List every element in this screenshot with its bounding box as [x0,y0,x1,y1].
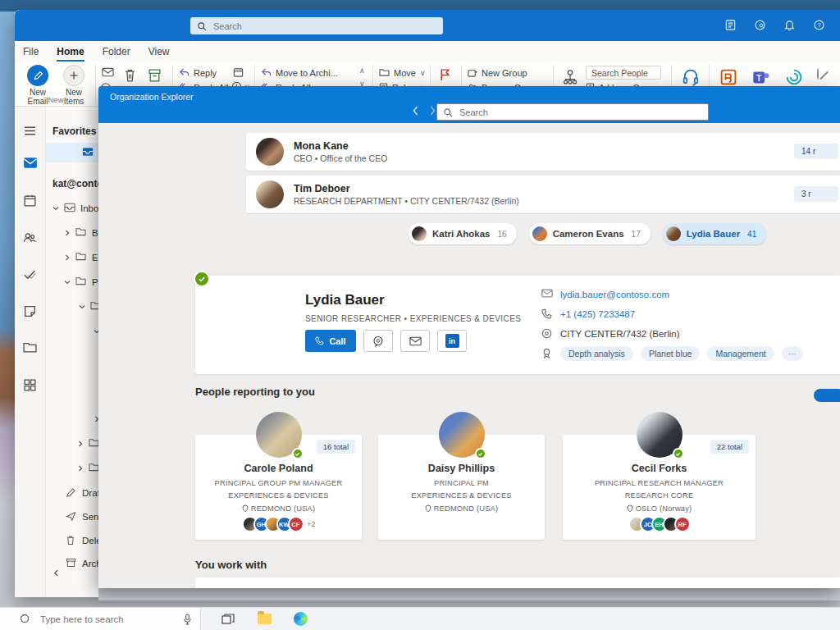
org-explorer-title: Organization Explorer [110,92,194,102]
presence-badge [475,448,486,459]
tab-home[interactable]: Home [57,46,84,62]
folders-icon[interactable] [23,341,38,356]
profile-phone[interactable]: +1 (425) 7233487 [560,309,635,319]
org-explorer-search-box[interactable] [436,103,709,121]
email-button[interactable] [400,330,430,352]
reply-button[interactable]: Reply [179,66,217,79]
help-icon[interactable]: ? [813,19,825,31]
search-input[interactable] [212,21,436,32]
follow-up-flag-icon[interactable] [438,68,452,82]
manager-row-mona-kane[interactable]: Mona Kane CEO • Office of the CEO 14 r [246,133,840,171]
tag-pill[interactable]: Planet blue [641,346,701,361]
taskbar-search[interactable] [0,608,201,630]
new-group-icon [468,68,477,78]
titlebar-icons: ? [724,19,825,31]
profile-email[interactable]: lydia.bauer@contoso.com [560,290,669,299]
presence-badge [194,271,210,287]
nav-arrows [412,106,436,116]
back-icon[interactable] [412,106,419,116]
new-group-button[interactable]: New Group [468,66,527,79]
search-people-box[interactable]: Search People [586,66,661,80]
taskbar-search-input[interactable] [39,614,153,625]
more-count[interactable]: +2 [307,520,315,528]
delete-icon[interactable] [123,68,137,83]
report-card-carole-poland[interactable]: 16 total Carole Poland PRINCIPAL GROUP P… [195,435,362,540]
unread-icon[interactable] [102,67,114,77]
feedback-icon[interactable] [754,19,766,31]
archive-icon[interactable] [148,68,162,83]
plus-icon [63,65,84,86]
mail-icon [541,289,553,300]
people-icon[interactable] [23,231,38,245]
linkedin-button[interactable]: in [437,330,467,352]
notifications-icon[interactable] [783,19,796,31]
sticky-notes-icon[interactable] [724,19,737,31]
meeting-icon[interactable] [233,67,244,78]
tab-file[interactable]: File [23,46,39,62]
insights-icon[interactable] [784,67,804,87]
profile-location: CITY CENTER/7432 (Berlin) [560,329,680,339]
tag-pill[interactable]: Management [707,346,774,361]
chat-button[interactable] [363,330,393,352]
reply-icon [179,68,189,77]
peer-pill-lydia-bauer[interactable]: Lydia Bauer 41 [663,223,767,244]
person-role: PRINCIPAL PM [378,477,545,490]
calendar-icon[interactable] [23,194,38,208]
quickstep-move-to-archive[interactable]: Move to Archi... [261,66,356,79]
teams-icon[interactable]: T [751,68,770,87]
person-name: Mona Kane [294,139,387,153]
task-view-icon[interactable] [219,610,237,628]
chevron-right-icon [77,441,84,447]
chevron-right-icon [77,465,84,472]
location-pin-icon [242,504,249,513]
mail-icon[interactable] [23,157,38,171]
avatar-initials[interactable]: RF [674,516,691,532]
desktop: ? File Home Folder View New Email New It… [0,0,840,630]
taskbar [0,607,840,630]
search-icon [197,21,207,31]
move-button[interactable]: Move∨ [379,66,426,79]
avatar-initials[interactable]: CF [287,516,304,532]
report-card-cecil-forks[interactable]: 22 total Cecil Forks PRINCIPAL RESEARCH … [563,435,756,540]
outlook-search-box[interactable] [190,17,443,34]
search-input[interactable] [458,107,702,118]
view-toggle[interactable] [814,389,840,402]
workwith-heading: You work with [195,559,267,571]
person-location: REDMOND (USA) [425,503,499,515]
inbox-icon [82,147,94,158]
location-pin-icon [627,504,633,513]
bookings-icon[interactable] [719,67,738,87]
manager-row-tim-deboer[interactable]: Tim Deboer RESEARCH DEPARTMENT • CITY CE… [246,176,840,213]
more-tags-button[interactable]: ··· [782,346,804,361]
org-chart-icon[interactable] [561,68,579,86]
headset-icon[interactable] [681,67,701,87]
report-card-daisy-phillips[interactable]: Daisy Phillips PRINCIPAL PM EXPERIENCES … [378,435,545,540]
trash-icon [66,535,77,546]
apps-icon[interactable] [23,378,38,393]
compose-icon [27,65,48,86]
person-role: PRINCIPAL RESEARCH MANAGER [563,477,756,490]
tasks-icon[interactable] [23,267,38,282]
avatar [637,412,682,458]
person-title: CEO • Office of the CEO [294,153,387,164]
call-button[interactable]: Call [305,330,356,352]
tab-folder[interactable]: Folder [103,46,130,62]
person-org: RESEARCH CORE [563,490,756,502]
folder-icon [75,276,87,288]
tag-pill[interactable]: Depth analysis [560,346,633,361]
microphone-icon[interactable] [183,614,192,625]
team-avatars: JC EH RF [628,516,691,532]
profile-role: SENIOR RESEARCHER • EXPERIENCES & DEVICE… [305,314,521,323]
file-explorer-icon[interactable] [255,610,273,628]
edge-icon[interactable] [291,610,309,628]
menu-icon[interactable] [23,124,38,139]
tab-view[interactable]: View [148,46,170,62]
junk-icon[interactable] [817,69,819,79]
quicksteps-up-icon[interactable]: ∧ [359,66,365,75]
notes-icon[interactable] [23,304,38,319]
presence-badge [673,448,684,459]
collapse-pane-icon[interactable] [52,569,60,577]
peer-pill-cameron-evans[interactable]: Cameron Evans 17 [529,223,651,244]
forward-icon[interactable] [429,106,436,116]
peer-pill-katri-ahokas[interactable]: Katri Ahokas 16 [409,223,517,244]
